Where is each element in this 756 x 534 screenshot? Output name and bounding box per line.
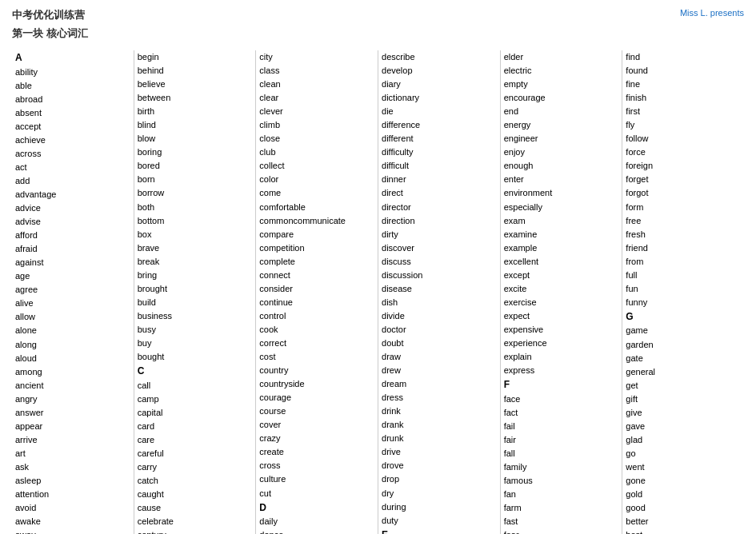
- word-item: cook: [259, 323, 374, 337]
- word-item: finish: [626, 91, 741, 105]
- word-item: complete: [259, 255, 374, 269]
- word-item: family: [504, 460, 619, 474]
- word-item: absent: [15, 106, 130, 120]
- word-item: expect: [504, 309, 619, 323]
- word-item: G: [626, 309, 741, 325]
- word-item: gift: [626, 393, 741, 406]
- word-item: get: [626, 379, 741, 393]
- word-item: abroad: [15, 93, 130, 106]
- word-item: alone: [15, 324, 130, 337]
- word-item: dress: [382, 391, 497, 404]
- word-item: buy: [138, 337, 253, 350]
- word-item: clean: [259, 78, 374, 91]
- word-item: build: [138, 296, 253, 309]
- word-item: come: [259, 186, 374, 200]
- word-item: country: [259, 364, 374, 377]
- word-item: fan: [504, 488, 619, 501]
- word-item: blow: [138, 132, 253, 145]
- word-item: birth: [138, 105, 253, 118]
- column-3: describedevelopdiarydictionarydiediffere…: [378, 50, 501, 534]
- word-item: fast: [504, 515, 619, 528]
- word-item: follow: [626, 132, 741, 145]
- word-item: farm: [504, 501, 619, 515]
- word-item: bored: [138, 159, 253, 173]
- word-item: care: [138, 433, 253, 447]
- word-item: fly: [626, 118, 741, 132]
- word-item: full: [626, 269, 741, 282]
- word-item: gave: [626, 420, 741, 433]
- word-item: advantage: [15, 188, 130, 201]
- word-item: found: [626, 64, 741, 78]
- word-item: angry: [15, 393, 130, 406]
- word-item: dry: [382, 487, 497, 500]
- column-1: beginbehindbelievebetweenbirthblindblowb…: [134, 50, 257, 534]
- word-item: connect: [259, 269, 374, 282]
- word-item: afford: [15, 229, 130, 242]
- word-item: control: [259, 309, 374, 323]
- word-item: energy: [504, 118, 619, 132]
- word-item: exercise: [504, 296, 619, 309]
- word-item: borrow: [138, 186, 253, 200]
- word-item: discover: [382, 241, 497, 255]
- word-item: E: [382, 528, 497, 534]
- word-item: electric: [504, 64, 619, 78]
- word-item: careful: [138, 447, 253, 460]
- word-item: daily: [259, 515, 374, 528]
- word-item: fresh: [626, 228, 741, 241]
- word-item: behind: [138, 64, 253, 78]
- word-item: clever: [259, 105, 374, 118]
- word-item: climb: [259, 118, 374, 132]
- word-item: boring: [138, 145, 253, 159]
- word-item: capital: [138, 406, 253, 420]
- word-item: dirty: [382, 228, 497, 241]
- word-item: explain: [504, 350, 619, 364]
- word-item: dance: [259, 528, 374, 534]
- word-item: correct: [259, 337, 374, 350]
- word-item: force: [626, 145, 741, 159]
- word-item: arrive: [15, 433, 130, 447]
- word-item: away: [15, 528, 130, 534]
- word-item: collect: [259, 159, 374, 173]
- word-item: blind: [138, 118, 253, 132]
- word-item: break: [138, 255, 253, 269]
- word-item: caught: [138, 488, 253, 501]
- word-item: class: [259, 64, 374, 78]
- word-item: card: [138, 420, 253, 433]
- word-item: both: [138, 201, 253, 214]
- page-title: 中考优化训练营: [12, 8, 88, 22]
- word-item: agree: [15, 283, 130, 297]
- word-item: gone: [626, 474, 741, 488]
- word-item: fall: [504, 447, 619, 460]
- word-item: begin: [138, 50, 253, 64]
- word-item: end: [504, 105, 619, 118]
- word-item: enjoy: [504, 145, 619, 159]
- word-item: garden: [626, 338, 741, 352]
- word-item: enough: [504, 159, 619, 173]
- word-item: carry: [138, 460, 253, 474]
- word-item: among: [15, 365, 130, 379]
- word-item: went: [626, 460, 741, 474]
- word-item: commoncommunicate: [259, 214, 374, 228]
- word-item: bottom: [138, 214, 253, 228]
- word-item: against: [15, 256, 130, 269]
- word-item: afraid: [15, 242, 130, 256]
- word-item: D: [259, 500, 374, 516]
- word-item: busy: [138, 323, 253, 337]
- word-item: fear: [504, 528, 619, 534]
- word-item: answer: [15, 406, 130, 420]
- word-item: famous: [504, 474, 619, 488]
- word-item: camp: [138, 393, 253, 406]
- word-item: game: [626, 324, 741, 337]
- word-item: enter: [504, 173, 619, 186]
- word-item: call: [138, 379, 253, 393]
- word-item: go: [626, 447, 741, 460]
- word-item: consider: [259, 282, 374, 296]
- word-item: disease: [382, 282, 497, 296]
- word-item: empty: [504, 78, 619, 91]
- section-heading: 第一块 核心词汇: [12, 26, 88, 41]
- word-item: century: [138, 528, 253, 534]
- word-item: good: [626, 501, 741, 515]
- word-item: drew: [382, 364, 497, 377]
- word-item: direction: [382, 214, 497, 228]
- word-item: C: [138, 364, 253, 379]
